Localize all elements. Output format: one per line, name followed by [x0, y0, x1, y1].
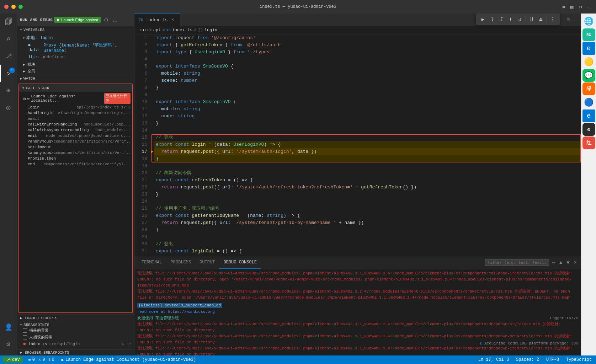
minimize-button[interactable] [11, 5, 16, 9]
activity-item-ai[interactable]: ◎ [0, 99, 17, 116]
tab-output[interactable]: OUTPUT [195, 256, 219, 269]
bp-header[interactable]: ▾ BREAKPOINTS [20, 323, 131, 327]
more-icon[interactable]: … [586, 4, 592, 10]
call-stack-item[interactable]: endcomponents/Verifition/src/VerifySl... [19, 161, 132, 167]
call-stack-content: ⊡ ⊙ Launch Edge against localhost... 已在断… [19, 92, 132, 312]
activity-item-scm[interactable]: ⎇ [0, 48, 17, 65]
call-stack-item[interactable]: Promise.then [19, 156, 132, 161]
launch-button[interactable]: ▶ Launch Edge against [54, 17, 101, 23]
browser-bp[interactable]: ▶ BROWSER BREAKPOINTS [17, 349, 134, 355]
extensions-icon: ⊞ [6, 86, 10, 94]
loaded-scripts[interactable]: ▶ LOADED SCRIPTS [17, 315, 134, 321]
ts-icon: TS [139, 18, 143, 22]
variables-panel: ▾ 本地: login ▶ data Proxy {tenantName: '芋… [17, 33, 134, 75]
line-number: 4 [134, 56, 147, 63]
dock-item-4[interactable]: 💬 [582, 69, 595, 82]
tab-debug-console[interactable]: DEBUG CONSOLE [219, 256, 261, 269]
variables-header[interactable]: ▾ VARIABLES [17, 26, 134, 33]
activity-item-account[interactable]: 👤 [0, 318, 17, 336]
var-data[interactable]: ▶ data Proxy {tenantName: '芋道源码', userna… [17, 42, 134, 54]
dock-item-1[interactable]: RC [582, 28, 595, 41]
dock-item-9[interactable]: 红 [582, 136, 595, 149]
tab-problems[interactable]: PROBLEMS [166, 256, 196, 269]
console-up-btn[interactable]: ▲ [558, 259, 564, 266]
status-spaces[interactable]: Spaces: 2 [515, 357, 541, 362]
status-language[interactable]: TypeScript [565, 357, 593, 362]
activity-item-settings[interactable]: ⚙ [0, 336, 17, 353]
split-icon[interactable]: ⊟ [578, 4, 583, 10]
layout-icon[interactable]: ⊞ [560, 4, 566, 10]
dock-icon-2: e [587, 45, 591, 52]
dock-item-5[interactable]: 绿 [582, 82, 595, 95]
status-encoding[interactable]: UTF-8 [545, 357, 560, 362]
call-stack-item[interactable]: callWithAsyncErrorHandlingnode_modules..… [19, 127, 132, 133]
call-stack-header[interactable]: ▾ CALL STACK [19, 84, 132, 92]
sidebar-icon[interactable]: ▤ [569, 4, 575, 10]
bp-item[interactable]: 未捕获的异常 [20, 334, 131, 341]
dock-item-7[interactable]: e [582, 109, 595, 122]
more-btn[interactable]: … [111, 16, 119, 23]
call-stack-item[interactable]: handleLoginviews/Login/components/Login.… [19, 110, 132, 116]
status-debug-branch[interactable]: ⎇ dev [3, 357, 23, 363]
bp-checkbox[interactable] [23, 328, 27, 333]
breadcrumb: src > api > TS index.ts > {} login [134, 26, 581, 34]
dock-item-2[interactable]: e [582, 42, 595, 55]
console-wrap-btn[interactable]: ⇔ [550, 259, 556, 266]
debug-restart-btn[interactable]: ↺ [516, 15, 524, 23]
debug-more-btn[interactable]: ⋮ [548, 15, 557, 23]
bp-checkbox[interactable] [23, 335, 27, 339]
activity-item-debug[interactable]: ▷ 1 [0, 65, 17, 82]
dock-item-8[interactable]: ⚙ [582, 123, 595, 136]
console-down-btn[interactable]: ▼ [565, 259, 571, 266]
bc-api[interactable]: api [153, 28, 161, 33]
status-errors[interactable]: ⊗ 0 ⚠ 0 ℹ 0 [27, 357, 56, 363]
call-stack-item[interactable]: <anonymous>components/Verifition/src/Ver… [19, 150, 132, 156]
bp-edit-btn[interactable]: ✎ [121, 342, 124, 347]
call-stack-item[interactable]: loginapi/login/index.ts 17:3 [19, 105, 132, 110]
dock-item-0[interactable]: 🌐 [582, 15, 595, 28]
bc-login[interactable]: login [204, 28, 217, 33]
debug-pause-btn[interactable]: ⏸ [527, 15, 536, 23]
call-stack-item[interactable]: await [19, 116, 132, 122]
split-editor-btn[interactable]: ⊟ [565, 16, 571, 23]
activity-item-extensions[interactable]: ⊞ [0, 82, 17, 99]
console-close-btn[interactable]: × [573, 259, 578, 266]
var-data-name: ▶ data [28, 42, 42, 53]
bc-file[interactable]: index.ts [172, 28, 193, 33]
code-line: scene: number [154, 77, 581, 84]
debug-step-over-btn[interactable]: ⤵ [488, 15, 496, 23]
tabs-more-btn[interactable]: … [573, 16, 578, 23]
globals-section[interactable]: ▶ 全局 [17, 68, 134, 75]
debug-step-into-btn[interactable]: ⤴ [497, 15, 506, 23]
call-stack-item[interactable]: <anonymous>components/Verifition/src/Ver… [19, 139, 132, 144]
call-stack-item[interactable]: emitnode_modules/.pnpm/@vue/runtime-c... [19, 133, 132, 139]
settings-btn[interactable]: ⚙ [102, 16, 110, 23]
close-button[interactable] [4, 5, 9, 9]
debug-stop-btn[interactable]: ⏏ [537, 15, 545, 23]
call-stack-item[interactable]: callWithErrorHandlingnode_modules/.pnp..… [19, 122, 132, 127]
bp-item[interactable]: 捕获的异常 [20, 327, 131, 334]
position-text: Ln 17, Col 3 [478, 357, 509, 362]
status-debug-label[interactable]: ▶ Launch Edge against localhost (yudao-u… [60, 357, 198, 363]
debug-continue-btn[interactable]: ▶ [479, 15, 487, 23]
tab-close-btn[interactable]: × [170, 17, 176, 23]
activity-item-search[interactable]: ⌕ [0, 31, 17, 48]
warning-icon: ⚠ [38, 357, 41, 363]
dock-item-3[interactable]: 🟡 [582, 55, 595, 68]
cs-group-header[interactable]: ⊡ ⊙ Launch Edge against localhost... 已在断… [19, 92, 132, 105]
tab-terminal[interactable]: TERMINAL [137, 256, 166, 269]
local-group-header[interactable]: ▾ 本地: login [17, 34, 134, 42]
call-stack-item[interactable]: setTimeout [19, 144, 132, 150]
watch-header[interactable]: ▶ WATCH [17, 75, 134, 82]
console-filter-input[interactable] [485, 259, 549, 266]
status-position[interactable]: Ln 17, Col 3 [477, 357, 510, 362]
debug-step-out-btn[interactable]: ⬆ [506, 15, 515, 23]
bp-item[interactable]: ●index.ts src/api/login✎17 [20, 341, 131, 348]
tab-index-ts[interactable]: TS index.ts × [134, 14, 180, 26]
modules-section[interactable]: ▶ 模块 [17, 61, 134, 68]
bc-src[interactable]: src [140, 28, 148, 33]
dock-item-6[interactable]: 🔵 [582, 96, 595, 109]
maximize-button[interactable] [18, 5, 23, 9]
activity-item-explorer[interactable]: 🗐 [0, 14, 17, 31]
console-line: 无法读取 file:///Users/yunai/Java/yudao-ui-a… [137, 271, 578, 289]
